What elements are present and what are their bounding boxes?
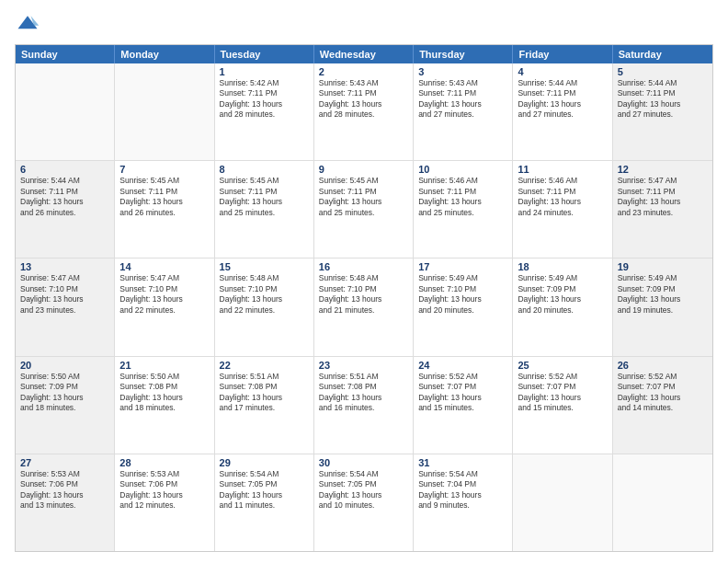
cell-line: Sunset: 7:11 PM xyxy=(20,187,109,197)
cell-line: Sunset: 7:08 PM xyxy=(319,382,408,392)
cell-line: Daylight: 13 hours xyxy=(220,99,309,109)
cell-line: Sunrise: 5:52 AM xyxy=(618,372,708,382)
calendar-cell: 29Sunrise: 5:54 AMSunset: 7:05 PMDayligh… xyxy=(215,454,314,551)
calendar-row: 13Sunrise: 5:47 AMSunset: 7:10 PMDayligh… xyxy=(16,259,712,356)
calendar-row: 1Sunrise: 5:42 AMSunset: 7:11 PMDaylight… xyxy=(16,63,712,161)
cell-line: Sunset: 7:10 PM xyxy=(119,284,209,294)
day-number: 27 xyxy=(20,457,109,468)
calendar-cell: 15Sunrise: 5:48 AMSunset: 7:10 PMDayligh… xyxy=(215,259,314,355)
day-number: 4 xyxy=(518,66,607,77)
weekday-header: Tuesday xyxy=(215,45,314,63)
cell-line: Daylight: 13 hours xyxy=(20,294,109,304)
cell-line: Sunset: 7:11 PM xyxy=(220,88,309,98)
day-number: 12 xyxy=(618,164,708,175)
day-number: 17 xyxy=(418,261,507,272)
cell-line: and 12 minutes. xyxy=(119,500,209,511)
cell-line: and 23 minutes. xyxy=(20,305,109,316)
cell-line: Sunset: 7:10 PM xyxy=(20,284,109,294)
cell-line: Sunrise: 5:49 AM xyxy=(518,273,607,283)
cell-line: Daylight: 13 hours xyxy=(319,490,408,500)
cell-line: and 26 minutes. xyxy=(20,208,109,218)
day-number: 23 xyxy=(319,360,408,371)
day-number: 5 xyxy=(618,66,708,77)
cell-line: and 19 minutes. xyxy=(618,305,708,316)
calendar-cell: 12Sunrise: 5:47 AMSunset: 7:11 PMDayligh… xyxy=(613,161,712,258)
calendar-cell xyxy=(16,63,115,160)
cell-line: Sunset: 7:11 PM xyxy=(518,187,607,197)
cell-line: and 9 minutes. xyxy=(418,500,507,511)
cell-line: and 22 minutes. xyxy=(220,305,309,316)
cell-line: and 11 minutes. xyxy=(220,500,309,511)
calendar-cell: 26Sunrise: 5:52 AMSunset: 7:07 PMDayligh… xyxy=(613,357,712,454)
calendar-cell: 1Sunrise: 5:42 AMSunset: 7:11 PMDaylight… xyxy=(215,63,314,160)
cell-line: and 23 minutes. xyxy=(618,208,708,218)
day-number: 1 xyxy=(220,66,309,77)
calendar-row: 6Sunrise: 5:44 AMSunset: 7:11 PMDaylight… xyxy=(16,161,712,259)
calendar-row: 27Sunrise: 5:53 AMSunset: 7:06 PMDayligh… xyxy=(16,454,712,551)
cell-line: Daylight: 13 hours xyxy=(220,490,309,500)
cell-line: Sunrise: 5:44 AM xyxy=(618,78,708,88)
cell-line: Daylight: 13 hours xyxy=(418,197,507,207)
calendar-cell: 5Sunrise: 5:44 AMSunset: 7:11 PMDaylight… xyxy=(613,63,712,160)
cell-line: Daylight: 13 hours xyxy=(20,197,109,207)
day-number: 30 xyxy=(319,457,408,468)
cell-line: Sunset: 7:11 PM xyxy=(618,88,708,98)
cell-line: Sunset: 7:10 PM xyxy=(319,284,408,294)
cell-line: Daylight: 13 hours xyxy=(20,393,109,403)
cell-line: Daylight: 13 hours xyxy=(119,393,209,403)
cell-line: Sunset: 7:11 PM xyxy=(319,187,408,197)
day-number: 21 xyxy=(119,360,209,371)
cell-line: Sunrise: 5:43 AM xyxy=(418,78,507,88)
cell-line: Daylight: 13 hours xyxy=(220,393,309,403)
cell-line: Daylight: 13 hours xyxy=(618,99,708,109)
day-number: 26 xyxy=(618,360,708,371)
cell-line: Sunrise: 5:53 AM xyxy=(119,469,209,479)
cell-line: Daylight: 13 hours xyxy=(418,490,507,500)
cell-line: Sunset: 7:09 PM xyxy=(618,284,708,294)
calendar-cell: 10Sunrise: 5:46 AMSunset: 7:11 PMDayligh… xyxy=(414,161,513,258)
calendar-cell: 3Sunrise: 5:43 AMSunset: 7:11 PMDaylight… xyxy=(414,63,513,160)
cell-line: Daylight: 13 hours xyxy=(418,393,507,403)
calendar-cell: 20Sunrise: 5:50 AMSunset: 7:09 PMDayligh… xyxy=(16,357,115,454)
cell-line: Daylight: 13 hours xyxy=(119,294,209,304)
calendar-row: 20Sunrise: 5:50 AMSunset: 7:09 PMDayligh… xyxy=(16,357,712,454)
cell-line: Sunrise: 5:44 AM xyxy=(20,176,109,186)
cell-line: Sunrise: 5:54 AM xyxy=(418,469,507,479)
calendar-cell: 30Sunrise: 5:54 AMSunset: 7:05 PMDayligh… xyxy=(314,454,414,551)
cell-line: Daylight: 13 hours xyxy=(418,294,507,304)
cell-line: Daylight: 13 hours xyxy=(518,197,607,207)
calendar-header: SundayMondayTuesdayWednesdayThursdayFrid… xyxy=(16,45,712,63)
cell-line: and 26 minutes. xyxy=(119,208,209,218)
cell-line: Sunset: 7:09 PM xyxy=(20,382,109,392)
cell-line: Sunrise: 5:45 AM xyxy=(220,176,309,186)
cell-line: Sunset: 7:06 PM xyxy=(119,479,209,489)
cell-line: Sunrise: 5:46 AM xyxy=(418,176,507,186)
cell-line: Sunset: 7:10 PM xyxy=(418,284,507,294)
cell-line: Sunset: 7:07 PM xyxy=(618,382,708,392)
calendar-cell xyxy=(513,454,612,551)
calendar-cell: 23Sunrise: 5:51 AMSunset: 7:08 PMDayligh… xyxy=(314,357,414,454)
cell-line: Daylight: 13 hours xyxy=(319,197,408,207)
day-number: 13 xyxy=(20,261,109,272)
calendar-cell: 19Sunrise: 5:49 AMSunset: 7:09 PMDayligh… xyxy=(613,259,712,355)
cell-line: and 18 minutes. xyxy=(119,403,209,413)
cell-line: Sunset: 7:05 PM xyxy=(220,479,309,489)
weekday-header: Wednesday xyxy=(314,45,414,63)
day-number: 11 xyxy=(518,164,607,175)
day-number: 10 xyxy=(418,164,507,175)
cell-line: Sunrise: 5:50 AM xyxy=(119,372,209,382)
cell-line: Daylight: 13 hours xyxy=(618,393,708,403)
cell-line: and 25 minutes. xyxy=(418,208,507,218)
calendar-cell: 7Sunrise: 5:45 AMSunset: 7:11 PMDaylight… xyxy=(115,161,214,258)
calendar-cell: 16Sunrise: 5:48 AMSunset: 7:10 PMDayligh… xyxy=(314,259,414,355)
calendar-cell: 6Sunrise: 5:44 AMSunset: 7:11 PMDaylight… xyxy=(16,161,115,258)
cell-line: Sunset: 7:11 PM xyxy=(220,187,309,197)
cell-line: and 22 minutes. xyxy=(119,305,209,316)
cell-line: Sunrise: 5:47 AM xyxy=(20,273,109,283)
cell-line: Daylight: 13 hours xyxy=(319,294,408,304)
calendar-cell: 18Sunrise: 5:49 AMSunset: 7:09 PMDayligh… xyxy=(513,259,612,355)
cell-line: Sunset: 7:04 PM xyxy=(418,479,507,489)
cell-line: and 14 minutes. xyxy=(618,403,708,413)
day-number: 6 xyxy=(20,164,109,175)
cell-line: Sunrise: 5:51 AM xyxy=(319,372,408,382)
